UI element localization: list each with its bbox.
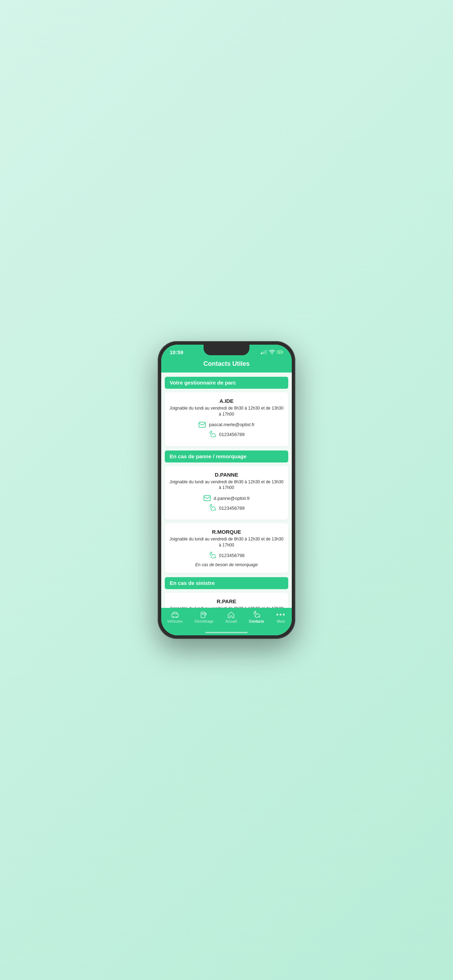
nav-accueil[interactable]: Accueil [226,611,237,624]
contact-dpanne-email-row[interactable]: d.panne@optixt.fr [169,494,284,502]
contact-aide-hours: Joignable du lundi au vendredi de 8h30 à… [169,405,284,417]
svg-rect-7 [282,352,283,353]
svg-point-12 [173,616,174,618]
phone-frame: 10:59 [158,341,295,639]
phone-icon [208,431,216,439]
bottom-nav: Véhicules Kilométrage Accueil [161,608,292,630]
phone-nav-icon [253,611,261,619]
section-sinistre-label: En cas de sinistre [170,580,215,586]
home-indicator [161,630,292,635]
nav-more-label: More [277,619,285,624]
more-dots-icon: ••• [276,611,286,619]
svg-rect-14 [201,612,205,618]
contact-dpanne-phone: 0123456789 [219,506,245,511]
home-icon [227,611,235,619]
section-panne-label: En cas de panne / remorquage [170,453,246,459]
contact-rmorque-name: R.MORQUE [169,529,284,535]
contact-rmorque-phone: 0123456798 [219,553,245,558]
contact-aide-email-row[interactable]: pascal.merle@optixt.fr [169,421,284,429]
section-panne: En cas de panne / remorquage [165,450,288,463]
svg-point-13 [176,616,178,618]
phone-icon-3 [208,552,216,560]
svg-rect-3 [265,350,267,355]
contact-dpanne: D.PANNE Joignable du lundi au vendredi d… [165,466,288,520]
contact-rpare: R.PARE Joignable du lundi au vendredi de… [165,593,288,608]
contact-aide-phone: 0123456789 [219,432,245,437]
nav-vehicules[interactable]: Véhicules [167,611,183,624]
svg-rect-0 [261,353,262,355]
svg-rect-2 [264,351,265,355]
nav-contacts-label: Contacts [249,619,264,624]
contact-rmorque: R.MORQUE Joignable du lundi au vendredi … [165,523,288,573]
status-icons [261,349,283,355]
battery-icon [277,349,283,355]
phone-screen: 10:59 [161,345,292,635]
wifi-icon [269,349,275,355]
page-title: Contacts Utiles [203,360,250,367]
contact-dpanne-email: d.panne@optixt.fr [214,496,250,501]
svg-rect-15 [202,613,204,614]
home-bar [205,632,248,633]
section-gestionnaire: Votre gestionnaire de parc [165,377,288,389]
contact-dpanne-hours: Joignable du lundi au vendredi de 8h30 à… [169,479,284,491]
nav-contacts[interactable]: Contacts [249,611,264,624]
status-time: 10:59 [170,349,183,355]
fuel-icon [200,611,208,619]
contact-rmorque-hours: Joignable du lundi au vendredi de 8h30 à… [169,536,284,548]
signal-icon [261,349,267,355]
phone-icon-2 [208,504,216,512]
nav-kilometrage-label: Kilométrage [195,619,213,624]
email-icon [198,421,206,429]
svg-rect-1 [262,352,264,355]
content-area: Votre gestionnaire de parc A.IDE Joignab… [161,372,292,608]
contact-dpanne-name: D.PANNE [169,472,284,478]
contact-aide-name: A.IDE [169,398,284,404]
contact-aide: A.IDE Joignable du lundi au vendredi de … [165,392,288,446]
contact-rpare-name: R.PARE [169,598,284,604]
car-icon [171,611,179,619]
svg-rect-11 [172,614,178,617]
nav-kilometrage[interactable]: Kilométrage [195,611,213,624]
contact-aide-phone-row[interactable]: 0123456789 [169,431,284,439]
notch [203,345,250,355]
section-sinistre: En cas de sinistre [165,577,288,589]
email-icon-2 [203,494,211,502]
nav-more[interactable]: ••• More [276,611,286,624]
nav-accueil-label: Accueil [226,619,237,624]
nav-vehicules-label: Véhicules [167,619,183,624]
section-gestionnaire-label: Votre gestionnaire de parc [170,380,236,386]
contact-aide-email: pascal.merle@optixt.fr [209,422,255,427]
contact-rmorque-note: En cas de besoin de remorquage [169,562,284,567]
contact-dpanne-phone-row[interactable]: 0123456789 [169,504,284,512]
page-header: Contacts Utiles [161,357,292,372]
svg-point-4 [272,353,272,354]
contact-rmorque-phone-row[interactable]: 0123456798 [169,552,284,560]
